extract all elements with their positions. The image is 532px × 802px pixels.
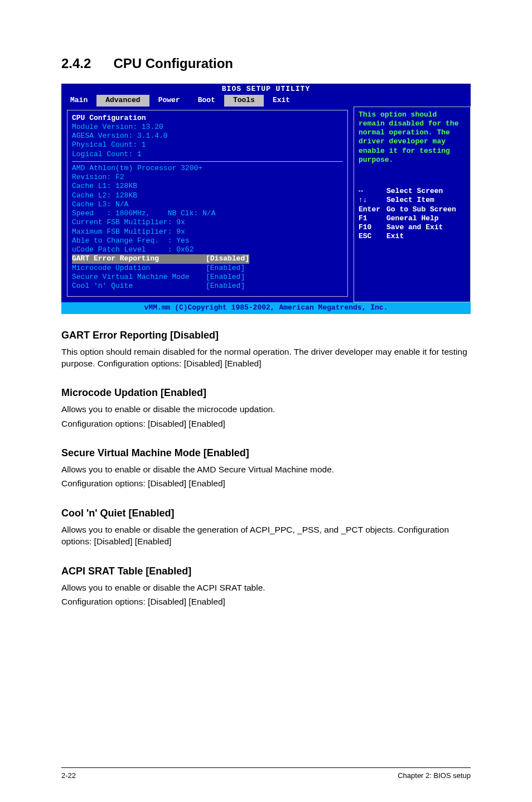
bios-right-pane: This option should remain disabled for t… — [354, 107, 471, 303]
para-svm-1: Allows you to enable or disable the AMD … — [61, 463, 471, 475]
para-gart: This option should remain disabled for t… — [61, 346, 471, 370]
bios-key-row: ↔Select Screen — [359, 187, 466, 196]
para-srat-2: Configuration options: [Disabled] [Enabl… — [61, 596, 471, 607]
bios-menu-power[interactable]: Power — [149, 95, 189, 106]
bios-menu-boot[interactable]: Boot — [189, 95, 224, 106]
footer-chapter: Chapter 2: BIOS setup — [398, 771, 471, 780]
bios-cpu-line: Cache L1: 128KB — [72, 182, 343, 191]
section-number: 2.4.2 — [61, 56, 91, 71]
page-footer: 2-22 Chapter 2: BIOS setup — [61, 767, 471, 780]
bios-cpu-line: AMD Athlon(tm) Processor 3200+ — [72, 164, 343, 173]
bios-key-row: F1General Help — [359, 214, 466, 223]
bios-screenshot: BIOS SETUP UTILITY Main Advanced Power B… — [61, 84, 471, 314]
bios-left-header: CPU Configuration — [72, 114, 343, 123]
bios-menu-bar: Main Advanced Power Boot Tools Exit — [61, 95, 471, 106]
bios-help-text: This option should remain disabled for t… — [359, 110, 466, 165]
bios-info-line: AGESA Version: 3.1.4.0 — [72, 132, 343, 141]
bios-key-row: ↑↓Select Item — [359, 196, 466, 205]
bios-cpu-line: Maximum FSB Multiplier: 9x — [72, 228, 343, 236]
bios-cpu-line: Cache L2: 128KB — [72, 191, 343, 200]
bios-cpu-line: uCode Patch Level : 0x62 — [72, 245, 343, 254]
bios-info-line: Module Version: 13.20 — [72, 123, 343, 132]
bios-cpu-line: Cache L3: N/A — [72, 200, 343, 209]
para-svm-2: Configuration options: [Disabled] [Enabl… — [61, 477, 471, 489]
bios-title: BIOS SETUP UTILITY — [61, 84, 471, 95]
bios-menu-tools[interactable]: Tools — [224, 95, 264, 106]
bios-info-line: Logical Count: 1 — [72, 150, 343, 159]
bios-option-svm[interactable]: Secure Virtual Machine Mode[Enabled] — [72, 273, 343, 282]
footer-page-number: 2-22 — [61, 771, 76, 780]
bios-option-cool[interactable]: Cool 'n' Quite[Enabled] — [72, 282, 343, 291]
para-cool: Allows you to enable or disable the gene… — [61, 524, 471, 548]
heading-srat: ACPI SRAT Table [Enabled] — [61, 566, 471, 577]
bios-key-row: ESCExit — [359, 232, 466, 241]
bios-left-pane: CPU Configuration Module Version: 13.20 … — [61, 107, 354, 303]
bios-option-microcode[interactable]: Microcode Updation[Enabled] — [72, 264, 343, 273]
heading-svm: Secure Virtual Machine Mode [Enabled] — [61, 447, 471, 459]
section-heading: 2.4.2CPU Configuration — [61, 56, 471, 71]
heading-microcode: Microcode Updation [Enabled] — [61, 387, 471, 399]
bios-menu-exit[interactable]: Exit — [264, 95, 299, 106]
bios-info-line: Physical Count: 1 — [72, 141, 343, 149]
bios-key-row: EnterGo to Sub Screen — [359, 205, 466, 214]
bios-cpu-line: Speed : 1800MHz, NB Clk: N/A — [72, 209, 343, 218]
section-title-text: CPU Configuration — [113, 56, 233, 71]
bios-key-row: F10Save and Exit — [359, 223, 466, 232]
para-microcode-2: Configuration options: [Disabled] [Enabl… — [61, 418, 471, 429]
para-microcode-1: Allows you to enable or disable the micr… — [61, 403, 471, 415]
bios-menu-advanced[interactable]: Advanced — [96, 95, 149, 106]
para-srat-1: Allows you to enable or disable the ACPI… — [61, 582, 471, 593]
bios-cpu-line: Current FSB Multiplier: 9x — [72, 218, 343, 227]
bios-menu-main[interactable]: Main — [61, 95, 96, 106]
bios-cpu-line: Able to Change Freq. : Yes — [72, 236, 343, 245]
heading-gart: GART Error Reporting [Disabled] — [61, 330, 471, 341]
bios-footer: vMM.mm (C)Copyright 1985-2002, American … — [61, 302, 471, 313]
heading-cool: Cool 'n' Quiet [Enabled] — [61, 508, 471, 519]
bios-cpu-line: Revision: F2 — [72, 173, 343, 182]
bios-option-gart[interactable]: GART Error Reporting[Disabled] — [72, 254, 343, 263]
